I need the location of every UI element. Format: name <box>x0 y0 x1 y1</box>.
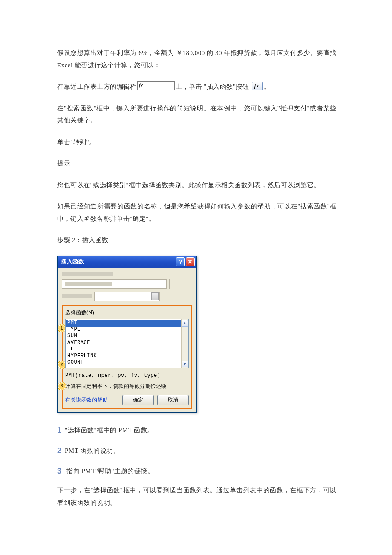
list-item[interactable]: SUM <box>66 333 181 340</box>
document-page: 假设您想算出对于年利率为 6%，金额为 ￥180,000 的 30 年抵押贷款，… <box>0 0 392 555</box>
paragraph: 如果已经知道所需要的函数的名称，但是您希望获得如何输入参数的帮助，可以在"搜索函… <box>57 200 337 225</box>
list-item[interactable]: AVERAGE <box>66 340 181 347</box>
dialog-titlebar: 插入函数 ? ✕ <box>58 256 196 268</box>
scroll-down-icon[interactable]: ▼ <box>182 361 188 367</box>
function-listbox[interactable]: PMT TYPE SUM AVERAGE IF HYPERLINK COUNT … <box>65 319 189 368</box>
paragraph: 单击"转到"。 <box>57 136 337 148</box>
category-dropdown[interactable] <box>94 292 160 301</box>
close-icon[interactable]: ✕ <box>186 257 195 266</box>
ok-button[interactable]: 确定 <box>122 395 154 405</box>
greyed-label <box>62 272 113 276</box>
legend-text: "选择函数"框中的 PMT 函数。 <box>65 427 154 434</box>
highlighted-section: 1 2 3 选择函数(N): PMT TYPE SUM AVERAGE IF H… <box>62 305 192 409</box>
legend-item: 2PMT 函数的说明。 <box>57 443 337 458</box>
cancel-button[interactable]: 取消 <box>157 395 189 405</box>
formula-bar-icon <box>137 81 175 90</box>
greyed-label <box>62 294 92 298</box>
dialog-title: 插入函数 <box>61 257 84 267</box>
paragraph: 在靠近工作表上方的编辑栏上，单击 "插入函数"按钮 。 <box>57 81 337 93</box>
function-help-link[interactable]: 有关该函数的帮助 <box>65 395 119 405</box>
legend-item: 3 指向 PMT"帮助"主题的链接。 <box>57 464 337 478</box>
paragraph: 下一步，在"选择函数"框中，可以看到适当函数列表。通过单击列表中的函数，在框下方… <box>57 484 337 509</box>
paragraph: 提示 <box>57 157 337 170</box>
insert-function-dialog: 插入函数 ? ✕ 1 2 3 选择函数(N): <box>57 256 197 413</box>
function-syntax: PMT(rate, nper, pv, fv, type) <box>65 371 189 381</box>
legend-number: 2 <box>57 443 65 458</box>
list-item[interactable]: HYPERLINK <box>66 353 181 360</box>
legend-text: PMT 函数的说明。 <box>65 447 120 454</box>
insert-function-icon <box>252 82 263 90</box>
select-function-label: 选择函数(N): <box>65 308 189 318</box>
dialog-body: 1 2 3 选择函数(N): PMT TYPE SUM AVERAGE IF H… <box>58 268 196 412</box>
scroll-up-icon[interactable]: ▲ <box>182 320 188 327</box>
search-input[interactable] <box>62 279 167 289</box>
list-item[interactable]: COUNT <box>66 359 181 366</box>
list-item[interactable]: TYPE <box>66 327 181 333</box>
text-segment: 。 <box>264 83 271 90</box>
help-button-icon[interactable]: ? <box>176 257 185 266</box>
list-item[interactable]: PMT <box>66 320 181 327</box>
paragraph: 在"搜索函数"框中，键入所要进行操作的简短说明。在本例中，您可以键入"抵押支付"… <box>57 102 337 127</box>
list-item[interactable]: IF <box>66 346 181 353</box>
search-area <box>62 272 192 301</box>
text-segment: 上，单击 "插入函数"按钮 <box>176 83 249 90</box>
paragraph: 假设您想算出对于年利率为 6%，金额为 ￥180,000 的 30 年抵押贷款，… <box>57 47 337 71</box>
function-description: 计算在固定利率下，贷款的等额分期偿还额 <box>65 382 189 391</box>
go-button[interactable] <box>169 279 192 289</box>
legend-number: 1 <box>57 423 65 437</box>
text-segment: 在靠近工作表上方的编辑栏 <box>57 83 136 90</box>
scrollbar[interactable]: ▲ ▼ <box>181 319 188 368</box>
paragraph: 步骤 2：插入函数 <box>57 234 337 246</box>
callout-1: 1 <box>58 324 66 332</box>
callout-2: 2 <box>58 361 66 369</box>
callout-3: 3 <box>58 382 66 390</box>
paragraph: 您也可以在"或选择类别"框中选择函数类别。此操作显示相关函数列表，然后可以浏览它… <box>57 179 337 191</box>
legend-number: 3 <box>57 464 65 478</box>
legend-text: 指向 PMT"帮助"主题的链接。 <box>65 468 154 474</box>
legend-item: 1"选择函数"框中的 PMT 函数。 <box>57 423 337 437</box>
